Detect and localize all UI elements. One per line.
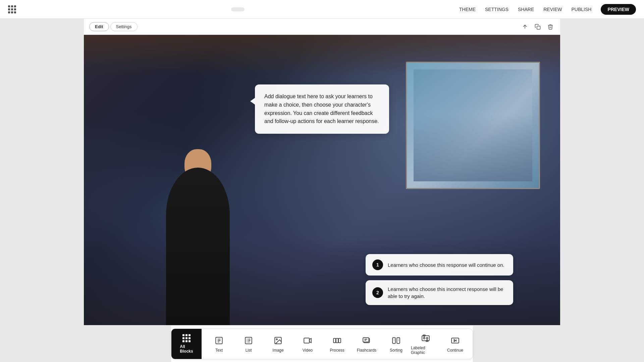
response-item-2[interactable]: 2 Learners who choose this incorrect res… [366,280,513,305]
grid-menu-icon[interactable] [8,5,16,13]
labeled-graphic-block-label: Labeled Graphic [411,346,440,355]
block-item-image[interactable]: Image [263,329,293,359]
top-navigation: THEME SETTINGS SHARE REVIEW PUBLISH PREV… [0,0,644,19]
settings-tab[interactable]: Settings [110,22,138,31]
svg-rect-0 [537,26,540,29]
scene-window [406,62,540,189]
preview-button[interactable]: PREVIEW [601,4,636,15]
svg-rect-13 [422,336,429,341]
response-text-1: Learners who choose this response will c… [388,261,504,268]
upload-button[interactable] [521,22,529,31]
speech-bubble[interactable]: Add dialogue text here to ask your learn… [255,84,389,134]
response-options: 1 Learners who choose this response will… [366,254,513,305]
sorting-icon [391,335,401,346]
list-block-label: List [246,348,252,353]
settings-link[interactable]: SETTINGS [485,7,508,12]
svg-point-17 [426,337,428,339]
svg-rect-6 [333,338,336,343]
all-blocks-label: AllBlocks [180,344,193,354]
response-text-2: Learners who choose this incorrect respo… [388,286,506,300]
svg-point-14 [424,337,425,339]
text-icon [214,335,224,346]
slide-indicator [231,7,245,11]
character[interactable] [151,151,245,325]
nav-right: THEME SETTINGS SHARE REVIEW PUBLISH PREV… [459,4,636,15]
continue-icon [450,335,461,346]
share-link[interactable]: SHARE [518,7,534,12]
nav-left [8,5,16,13]
theme-link[interactable]: THEME [459,7,476,12]
text-block-label: Text [215,348,223,353]
response-number-1: 1 [372,259,383,270]
video-icon [302,335,313,346]
image-icon [273,335,283,346]
block-items-container: Text List [202,329,473,359]
block-item-list[interactable]: List [234,329,263,359]
slide-toolbar-right [521,22,555,31]
svg-rect-5 [304,338,309,343]
image-block-label: Image [272,348,283,353]
svg-point-4 [276,339,277,340]
labeled-graphic-icon [420,333,431,344]
process-block-label: Process [330,348,344,353]
slide-wrapper: Edit Settings [84,19,560,325]
edit-tab[interactable]: Edit [89,22,109,31]
slide-toolbar-left: Edit Settings [89,22,138,31]
flashcards-block-label: Flashcards [357,348,377,353]
all-blocks-button[interactable]: AllBlocks [171,329,202,359]
list-icon [243,335,254,346]
svg-rect-7 [336,338,338,343]
video-block-label: Video [303,348,313,353]
block-item-sorting[interactable]: Sorting [381,329,411,359]
scene-window-inner [414,69,532,181]
svg-rect-8 [338,338,341,343]
character-body [166,168,230,325]
nav-center [231,7,245,11]
delete-button[interactable] [546,22,555,31]
sorting-block-label: Sorting [390,348,402,353]
city-silhouette [414,114,532,181]
block-item-process[interactable]: Process [322,329,352,359]
main-area: Edit Settings [0,19,644,362]
process-icon [332,335,342,346]
bottom-toolbar: AllBlocks Text [171,325,473,362]
all-blocks-grid-icon [182,334,191,342]
response-number-2: 2 [372,287,383,298]
duplicate-button[interactable] [533,22,542,31]
blocks-panel: AllBlocks Text [171,328,473,359]
block-item-flashcards[interactable]: Flashcards [352,329,381,359]
block-item-labeled-graphic[interactable]: Labeled Graphic [411,329,440,359]
svg-rect-10 [363,338,369,342]
slide-background: Add dialogue text here to ask your learn… [84,35,560,325]
continue-block-label: Continue [447,348,463,353]
flashcards-icon [361,335,372,346]
speech-bubble-text: Add dialogue text here to ask your learn… [264,93,380,126]
block-item-video[interactable]: Video [293,329,322,359]
block-item-continue[interactable]: Continue [440,329,470,359]
publish-link[interactable]: PUBLISH [571,7,591,12]
block-item-text[interactable]: Text [204,329,234,359]
review-link[interactable]: REVIEW [543,7,562,12]
slide-content: Add dialogue text here to ask your learn… [84,35,560,325]
slide-toolbar: Edit Settings [84,19,560,35]
response-item-1[interactable]: 1 Learners who choose this response will… [366,254,513,276]
